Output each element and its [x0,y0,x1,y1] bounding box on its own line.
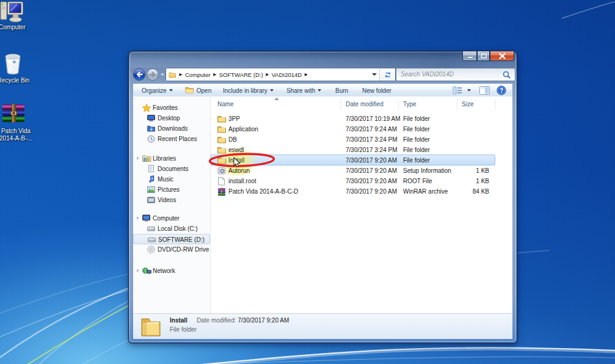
svg-text:?: ? [500,87,503,94]
